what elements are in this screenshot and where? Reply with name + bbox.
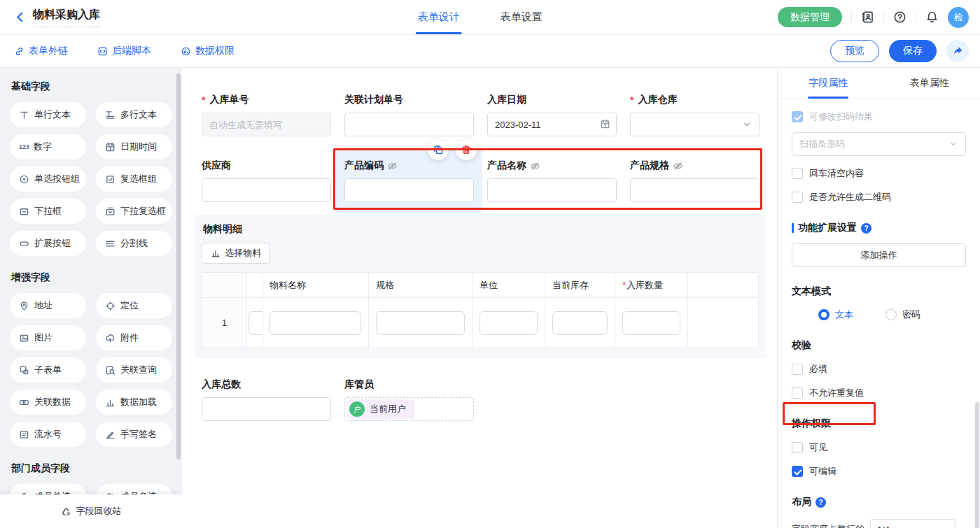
sidebar-item-checkbox-group[interactable]: 复选框组 — [96, 166, 172, 192]
sidebar-item-divider[interactable]: 分割线 — [96, 231, 172, 256]
spec-input[interactable] — [376, 311, 465, 335]
field-width-select[interactable]: 1/4 — [870, 519, 955, 528]
required-label: 必填 — [809, 363, 827, 376]
field-inbound-date[interactable]: 入库日期 — [487, 93, 617, 136]
sidebar-item-image[interactable]: 图片 — [10, 325, 86, 350]
checkbox-checked-disabled[interactable] — [792, 111, 803, 122]
sidebar-scrollbar[interactable] — [176, 73, 181, 459]
sidebar-item-related-query[interactable]: 关联查询 — [96, 357, 172, 383]
help-icon[interactable]: ? — [816, 497, 826, 508]
material-name-input[interactable] — [270, 311, 361, 335]
sidebar-item-number[interactable]: 123数字 — [10, 134, 86, 159]
sidebar-item-signature[interactable]: 手写签名 — [96, 422, 172, 447]
sidebar-item-attachment[interactable]: 附件 — [96, 325, 172, 350]
backend-script-link[interactable]: 后端脚本 — [97, 45, 151, 57]
help-icon[interactable]: ? — [861, 223, 872, 234]
scan-result-checkbox-row[interactable]: 可修改扫码结果 — [792, 110, 966, 123]
data-permission-link[interactable]: 数据权限 — [181, 45, 234, 57]
checkbox-checked[interactable] — [792, 466, 803, 477]
checkbox-unchecked[interactable] — [792, 168, 803, 179]
sidebar-item-multi-select[interactable]: 下拉复选框 — [96, 199, 172, 224]
sidebar-item-subform[interactable]: 子表单 — [10, 357, 86, 383]
field-plan-no[interactable]: 关联计划单号 — [344, 93, 474, 136]
sidebar-item-extend-button[interactable]: 扩展按钮 — [10, 231, 86, 256]
field-product-spec[interactable]: 产品规格 — [630, 159, 760, 202]
back-icon[interactable] — [14, 11, 26, 23]
page-title[interactable]: 物料采购入库 — [33, 8, 100, 27]
allow-qrcode-checkbox-row[interactable]: 是否允许生成二维码 — [792, 191, 966, 204]
order-no-input[interactable] — [202, 113, 331, 136]
notification-bell-icon[interactable] — [925, 10, 939, 24]
sidebar-item-address[interactable]: 地址 — [10, 293, 86, 318]
field-product-name[interactable]: 产品名称 — [487, 159, 617, 202]
sidebar-item-datetime[interactable]: 日期时间 — [96, 134, 172, 159]
form-external-link[interactable]: 表单外链 — [14, 45, 68, 57]
field-recycle-bin[interactable]: 字段回收站 — [0, 494, 182, 528]
current-stock-input[interactable] — [552, 311, 608, 335]
field-warehouse[interactable]: *入库仓库 — [630, 93, 760, 136]
calendar-icon[interactable] — [600, 119, 610, 129]
preview-button[interactable]: 预览 — [830, 40, 879, 62]
date-input[interactable] — [487, 113, 617, 136]
no-duplicate-checkbox-row[interactable]: 不允许重复值 — [792, 387, 966, 399]
visible-checkbox-row[interactable]: 可见 — [792, 441, 966, 454]
clipped-input[interactable] — [248, 311, 262, 335]
help-icon[interactable] — [893, 10, 906, 24]
delete-field-button[interactable] — [456, 139, 477, 160]
field-warehouse-keeper[interactable]: 库管员 户 当前用户 — [344, 378, 474, 421]
contacts-icon[interactable] — [861, 10, 874, 24]
warehouse-select[interactable] — [630, 113, 760, 136]
unit-input[interactable] — [479, 311, 538, 335]
current-user-tag[interactable]: 户 当前用户 — [347, 399, 414, 419]
sidebar-item-related-data[interactable]: 关联数据 — [10, 390, 86, 415]
tab-form-settings[interactable]: 表单设置 — [500, 0, 542, 34]
total-count-input[interactable] — [202, 397, 331, 421]
checkbox-unchecked[interactable] — [792, 387, 803, 399]
product-name-input[interactable] — [487, 178, 617, 202]
sidebar-item-multi-line-text[interactable]: 多行文本 — [96, 102, 172, 127]
field-label-text: 关联计划单号 — [344, 94, 403, 106]
share-button[interactable] — [946, 40, 969, 62]
radio-dot-unselected[interactable] — [886, 309, 897, 320]
field-supplier[interactable]: 供应商 — [202, 159, 331, 202]
sidebar-item-location[interactable]: 定位 — [96, 293, 172, 318]
data-manage-button[interactable]: 数据管理 — [778, 7, 842, 27]
field-product-code-selected[interactable]: 产品编码 — [344, 159, 474, 202]
field-total-count[interactable]: 入库总数 — [202, 378, 331, 421]
editable-checkbox-row[interactable]: 可编辑 — [792, 465, 966, 478]
sidebar-item-serial-number[interactable]: 流水号 — [10, 422, 86, 447]
checkbox-unchecked[interactable] — [792, 364, 803, 375]
scan-type-select[interactable]: 扫描条形码 — [792, 132, 966, 156]
field-label: 关联计划单号 — [344, 93, 474, 107]
clear-on-enter-checkbox-row[interactable]: 回车清空内容 — [792, 167, 966, 180]
sidebar-item-single-line-text[interactable]: 单行文本 — [10, 102, 86, 127]
radio-text-mode-password[interactable]: 密码 — [886, 308, 920, 321]
checkbox-unchecked[interactable] — [792, 442, 803, 453]
checkbox-unchecked[interactable] — [792, 192, 803, 203]
sidebar-item-radio-group[interactable]: 单选按钮组 — [10, 166, 86, 192]
copy-field-button[interactable] — [428, 139, 449, 160]
sidebar-item-select[interactable]: 下拉框 — [10, 199, 86, 224]
product-code-input[interactable] — [344, 178, 474, 202]
tab-form-design[interactable]: 表单设计 — [418, 0, 460, 34]
radio-text-mode-text[interactable]: 文本 — [818, 308, 853, 321]
keeper-member-box[interactable]: 户 当前用户 — [344, 397, 474, 421]
tab-form-properties[interactable]: 表单属性 — [879, 68, 980, 99]
plan-no-input[interactable] — [344, 113, 474, 136]
tab-field-properties[interactable]: 字段属性 — [778, 68, 879, 99]
supplier-input[interactable] — [202, 178, 331, 202]
add-action-button[interactable]: 添加操作 — [792, 243, 966, 267]
required-mark: * — [622, 280, 626, 290]
user-avatar[interactable]: 检 — [948, 7, 969, 28]
required-checkbox-row[interactable]: 必填 — [792, 363, 966, 376]
save-button[interactable]: 保存 — [889, 40, 937, 62]
inbound-qty-input[interactable] — [622, 311, 680, 335]
sidebar-item-data-load[interactable]: 数据加载 — [96, 390, 172, 415]
field-order-no[interactable]: *入库单号 — [202, 93, 331, 136]
item-label: 日期时间 — [120, 141, 157, 153]
panel-scrollbar[interactable] — [975, 402, 979, 528]
product-spec-input[interactable] — [630, 178, 760, 202]
select-material-button[interactable]: 选择物料 — [202, 243, 270, 264]
col-unit: 单位 — [472, 273, 545, 298]
radio-dot-selected[interactable] — [818, 309, 830, 320]
